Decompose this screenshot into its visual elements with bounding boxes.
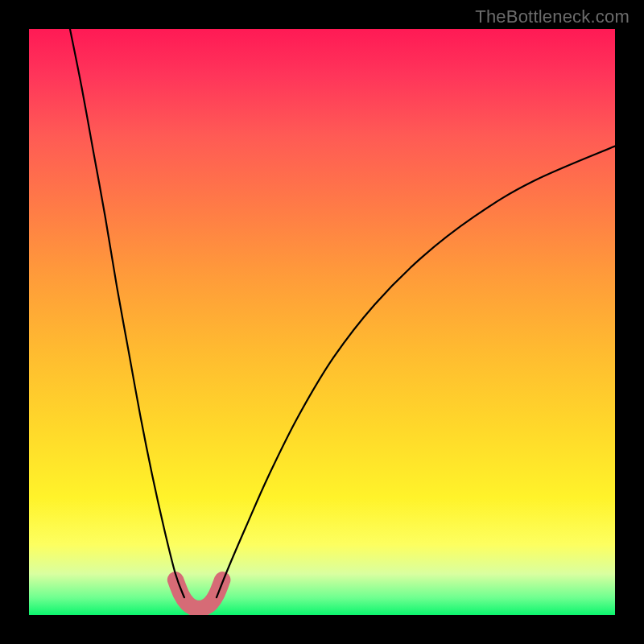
watermark-text: TheBottleneck.com — [475, 6, 630, 27]
curve-layer — [29, 29, 615, 615]
plot-area — [29, 29, 615, 615]
curve-left-branch — [70, 29, 184, 597]
curve-right-branch — [217, 147, 615, 598]
chart-stage: TheBottleneck.com — [0, 0, 644, 644]
